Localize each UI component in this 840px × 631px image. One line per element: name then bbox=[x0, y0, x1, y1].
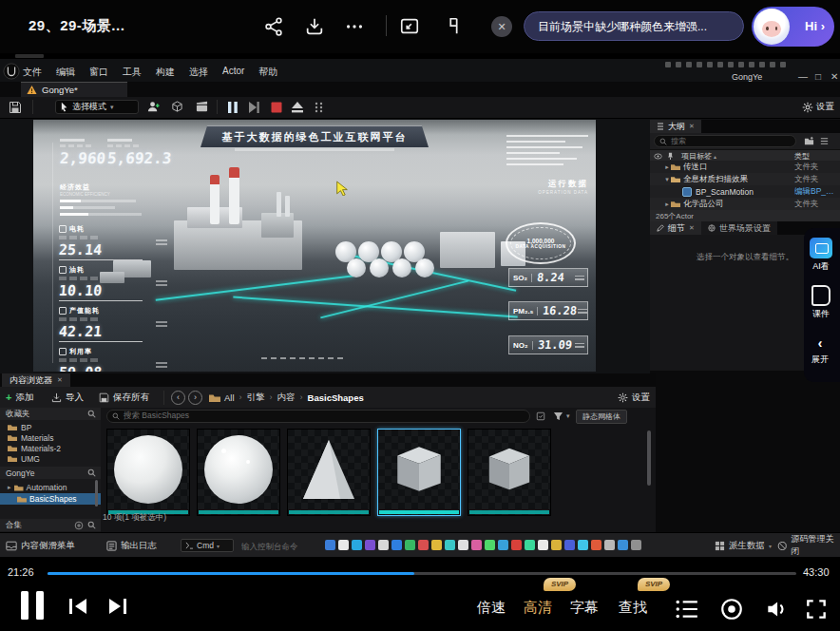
crumb-basicshapes[interactable]: BasicShapes bbox=[308, 392, 364, 403]
taskbar-app-icon[interactable] bbox=[405, 540, 415, 550]
cinematics-icon[interactable] bbox=[196, 101, 208, 113]
taskbar-app-icon[interactable] bbox=[471, 540, 482, 550]
tab-details[interactable]: 细节 ✕ bbox=[650, 221, 701, 235]
close-tab-icon[interactable]: ✕ bbox=[689, 224, 695, 232]
menu-file[interactable]: 文件 bbox=[23, 66, 42, 79]
project-header[interactable]: GongYe bbox=[0, 467, 101, 479]
menu-select[interactable]: 选择 bbox=[189, 66, 208, 79]
taskbar-app-icon[interactable] bbox=[418, 540, 429, 550]
taskbar-app-icon[interactable] bbox=[391, 540, 402, 550]
quality-button[interactable]: 高清 bbox=[524, 599, 552, 617]
progress-bar[interactable] bbox=[48, 572, 796, 575]
crumb-engine[interactable]: 引擎 bbox=[247, 392, 265, 404]
search-icon[interactable] bbox=[87, 521, 96, 529]
ai-watch-button[interactable]: AI看 bbox=[810, 238, 832, 273]
taskbar-app-icon[interactable] bbox=[564, 540, 575, 550]
outliner-search-input[interactable]: 搜索 bbox=[654, 135, 796, 147]
menu-window[interactable]: 窗口 bbox=[89, 66, 108, 79]
save-icon[interactable] bbox=[9, 101, 22, 114]
play-options-icon[interactable] bbox=[314, 101, 325, 114]
taskbar-app-icon[interactable] bbox=[538, 540, 548, 550]
console-type-dropdown[interactable]: Cmd ▾ bbox=[181, 539, 234, 552]
taskbar-app-icon[interactable] bbox=[365, 540, 375, 550]
fullscreen-icon[interactable] bbox=[804, 597, 829, 621]
expand-button[interactable]: ‹ 展开 bbox=[811, 335, 829, 366]
taskbar-app-icon[interactable] bbox=[604, 540, 615, 550]
taskbar-app-icon[interactable] bbox=[498, 540, 508, 550]
asset-tile-cube[interactable] bbox=[468, 429, 551, 516]
outliner-row-folder[interactable]: ▾ 全息材质扫描效果 文件夹 bbox=[650, 173, 840, 185]
taskbar-app-icon[interactable] bbox=[511, 540, 522, 550]
menu-tools[interactable]: 工具 bbox=[123, 66, 142, 79]
forward-button[interactable]: › bbox=[188, 391, 202, 405]
crumb-content[interactable]: 内容 bbox=[277, 392, 296, 404]
taskbar-app-icon[interactable] bbox=[431, 540, 442, 550]
more-icon[interactable] bbox=[344, 16, 365, 37]
taskbar-app-icon[interactable] bbox=[525, 540, 535, 550]
search-icon[interactable] bbox=[87, 468, 96, 477]
column-type[interactable]: 类型 bbox=[794, 151, 810, 162]
new-folder-icon[interactable] bbox=[804, 136, 814, 146]
search-icon[interactable] bbox=[87, 410, 96, 418]
taskbar-app-icon[interactable] bbox=[445, 540, 455, 550]
outliner-row-folder[interactable]: ▸ 化学品公司 文件夹 bbox=[650, 198, 840, 210]
console-command-input[interactable] bbox=[239, 539, 323, 554]
asset-tile-sphere-shiny[interactable] bbox=[197, 429, 280, 516]
visibility-icon[interactable] bbox=[654, 153, 662, 160]
eject-button[interactable] bbox=[291, 101, 304, 114]
playback-speed-button[interactable]: 倍速 bbox=[477, 599, 506, 617]
favorite-item[interactable]: UMG bbox=[0, 453, 101, 464]
select-mode-dropdown[interactable]: 选择模式 ▾ bbox=[55, 100, 139, 114]
share-icon[interactable] bbox=[263, 16, 284, 37]
download-icon[interactable] bbox=[304, 16, 325, 37]
import-button[interactable]: 导入 bbox=[51, 387, 84, 408]
filter-badge-static-mesh[interactable]: 静态网格体 bbox=[576, 410, 627, 424]
column-item-label[interactable]: 项目标签 bbox=[681, 151, 712, 162]
dismiss-question-button[interactable]: ✕ bbox=[491, 16, 512, 37]
find-button[interactable]: 查找 bbox=[619, 599, 647, 617]
audio-mode-icon[interactable] bbox=[443, 16, 464, 37]
ai-question-pill[interactable]: 目前场景中缺少哪种颜色来增强... bbox=[524, 11, 744, 41]
maximize-button[interactable]: □ bbox=[815, 71, 821, 82]
tab-world-settings[interactable]: 世界场景设置 bbox=[701, 221, 777, 235]
next-episode-button[interactable] bbox=[106, 595, 129, 618]
taskbar-app-icon[interactable] bbox=[591, 540, 601, 550]
subtitles-button[interactable]: 字幕 bbox=[570, 599, 599, 617]
menu-actor[interactable]: Actor bbox=[222, 66, 244, 79]
stop-button[interactable] bbox=[270, 101, 283, 114]
minimize-button[interactable]: — bbox=[798, 71, 808, 82]
taskbar-app-icon[interactable] bbox=[458, 540, 468, 550]
favorite-item[interactable]: Materials bbox=[0, 432, 101, 443]
asset-search-input[interactable]: 搜索 BasicShapes bbox=[106, 410, 530, 423]
pin-icon[interactable] bbox=[667, 152, 674, 160]
close-tab-icon[interactable]: ✕ bbox=[689, 123, 695, 130]
taskbar-app-icon[interactable] bbox=[485, 540, 495, 550]
volume-icon[interactable] bbox=[764, 597, 789, 621]
close-window-button[interactable]: ✕ bbox=[830, 71, 838, 82]
favorite-item[interactable]: Materials-2 bbox=[0, 443, 101, 453]
miniplayer-icon[interactable] bbox=[399, 16, 420, 37]
taskbar-app-icon[interactable] bbox=[378, 540, 389, 550]
favorites-header[interactable]: 收藏夹 bbox=[0, 408, 101, 420]
add-collection-icon[interactable] bbox=[74, 521, 84, 530]
favorite-item[interactable]: BP bbox=[0, 422, 101, 432]
tree-item-automation[interactable]: ▸ Automation bbox=[0, 482, 101, 493]
add-actor-icon[interactable] bbox=[146, 100, 161, 114]
collections-header[interactable]: 合集 bbox=[0, 519, 101, 531]
taskbar-app-icon[interactable] bbox=[325, 540, 335, 550]
tab-outliner[interactable]: 大纲 ✕ bbox=[650, 120, 701, 133]
level-viewport[interactable]: 基于大数据的绿色工业互联网平台 2,960 5,692.3 经济效益 ECONO… bbox=[33, 120, 596, 372]
taskbar-app-icon[interactable] bbox=[352, 540, 362, 550]
asset-scrollbar[interactable] bbox=[647, 430, 651, 486]
blueprints-icon[interactable] bbox=[171, 101, 183, 113]
record-icon[interactable] bbox=[719, 597, 744, 621]
asset-tile-cone[interactable] bbox=[287, 429, 371, 516]
filter-icon[interactable] bbox=[553, 411, 563, 421]
derived-data-button[interactable]: 派生数据 ▾ bbox=[715, 533, 772, 558]
ai-assistant-button[interactable]: Hi › bbox=[752, 7, 834, 47]
filter-caret[interactable]: ▾ bbox=[566, 412, 570, 420]
menu-edit[interactable]: 编辑 bbox=[56, 66, 75, 79]
taskbar-app-icon[interactable] bbox=[618, 540, 628, 550]
menu-build[interactable]: 构建 bbox=[156, 66, 175, 79]
playlist-icon[interactable] bbox=[675, 599, 699, 620]
